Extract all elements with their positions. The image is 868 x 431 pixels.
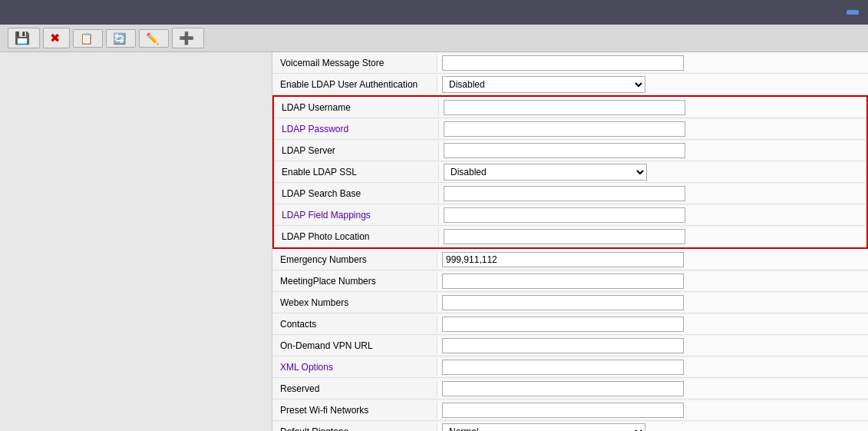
related-links [842, 10, 859, 15]
field-label[interactable]: XML Options [272, 359, 437, 376]
field-value [439, 184, 866, 203]
field-value: NormalClassicJazz [437, 422, 868, 432]
copy-icon: 📋 [80, 32, 93, 45]
field-value [439, 206, 866, 224]
text-field[interactable] [442, 295, 684, 310]
field-value [437, 358, 868, 376]
form-row: LDAP Search Base [274, 183, 866, 204]
field-value [437, 250, 868, 269]
form-row: Contacts [272, 313, 868, 335]
add-icon: ➕ [179, 31, 194, 45]
text-field[interactable] [444, 121, 685, 137]
field-value [437, 401, 868, 419]
form-row: Enable LDAP SSLDisabledEnabled [274, 161, 866, 183]
text-field[interactable] [442, 338, 684, 353]
text-field[interactable] [442, 381, 684, 396]
add-new-button[interactable]: ➕ [172, 28, 204, 48]
form-row: Enable LDAP User AuthenticationDisabledE… [272, 74, 868, 95]
field-value: DisabledEnabled [439, 162, 866, 182]
text-field[interactable] [442, 403, 684, 418]
field-label: LDAP Server [274, 142, 439, 159]
select-field[interactable]: DisabledEnabled [442, 76, 645, 93]
main-content: Voicemail Message StoreEnable LDAP User … [0, 52, 868, 431]
field-value [437, 380, 868, 398]
form-container: Voicemail Message StoreEnable LDAP User … [272, 52, 868, 431]
ldap-section: LDAP UsernameLDAP PasswordLDAP ServerEna… [272, 95, 868, 249]
field-label: Voicemail Message Store [272, 55, 437, 71]
field-value [437, 315, 868, 333]
form-row: LDAP Password [274, 118, 866, 140]
field-label[interactable]: LDAP Password [274, 121, 439, 138]
text-field[interactable] [442, 252, 684, 267]
form-row: Default RingtoneNormalClassicJazz [272, 421, 868, 431]
copy-button[interactable]: 📋 [73, 29, 103, 48]
form-row: Voicemail Message Store [272, 52, 868, 74]
reset-button[interactable]: 🔄 [106, 29, 136, 48]
text-field[interactable] [442, 274, 684, 289]
form-row: Preset Wi-fi Networks [272, 400, 868, 421]
form-row: XML Options [272, 356, 868, 378]
form-row: LDAP Field Mappings [274, 204, 866, 226]
text-field[interactable] [442, 360, 684, 375]
field-value [437, 337, 868, 355]
field-value [439, 120, 866, 138]
form-row: Reserved [272, 378, 868, 400]
text-field[interactable] [444, 186, 685, 201]
field-value: DisabledEnabled [437, 75, 868, 94]
toolbar: 💾 ✖ 📋 🔄 ✏️ ➕ [0, 25, 868, 52]
field-value [439, 141, 866, 160]
text-field[interactable] [442, 55, 684, 71]
field-label: LDAP Search Base [274, 185, 439, 202]
field-label: Contacts [272, 316, 437, 333]
delete-icon: ✖ [50, 31, 60, 45]
text-field[interactable] [444, 100, 685, 115]
field-label: LDAP Username [274, 99, 439, 116]
select-field[interactable]: NormalClassicJazz [442, 423, 645, 432]
field-label: Webex Numbers [272, 294, 437, 311]
title-bar [0, 0, 868, 25]
field-label: Default Ringtone [272, 423, 437, 432]
text-field[interactable] [442, 317, 684, 332]
field-value [437, 293, 868, 312]
left-panel [0, 52, 272, 431]
field-label: MeetingPlace Numbers [272, 273, 437, 290]
field-label: On-Demand VPN URL [272, 337, 437, 354]
reset-icon: 🔄 [113, 32, 126, 45]
field-label: Reserved [272, 380, 437, 397]
apply-config-button[interactable]: ✏️ [139, 29, 169, 48]
field-label[interactable]: LDAP Field Mappings [274, 207, 439, 224]
text-field[interactable] [444, 207, 685, 223]
field-value [439, 227, 866, 246]
form-row: Webex Numbers [272, 292, 868, 313]
field-label: LDAP Photo Location [274, 228, 439, 245]
text-field[interactable] [444, 143, 685, 158]
form-row: On-Demand VPN URL [272, 335, 868, 356]
field-label: Preset Wi-fi Networks [272, 402, 437, 419]
field-label: Enable LDAP User Authentication [272, 76, 437, 93]
field-value [439, 98, 866, 117]
form-area: Voicemail Message StoreEnable LDAP User … [272, 52, 868, 431]
field-label: Enable LDAP SSL [274, 164, 439, 181]
form-row: LDAP Server [274, 140, 866, 161]
save-icon: 💾 [15, 31, 30, 45]
form-row: LDAP Username [274, 97, 866, 118]
form-row: MeetingPlace Numbers [272, 270, 868, 292]
field-value [437, 54, 868, 72]
form-row: LDAP Photo Location [274, 226, 866, 247]
delete-button[interactable]: ✖ [43, 28, 70, 48]
text-field[interactable] [444, 229, 685, 244]
field-label: Emergency Numbers [272, 251, 437, 268]
back-to-button[interactable] [847, 10, 859, 15]
apply-icon: ✏️ [146, 32, 159, 45]
save-button[interactable]: 💾 [8, 28, 40, 48]
form-row: Emergency Numbers [272, 249, 868, 270]
field-value [437, 272, 868, 290]
select-field[interactable]: DisabledEnabled [444, 164, 647, 181]
